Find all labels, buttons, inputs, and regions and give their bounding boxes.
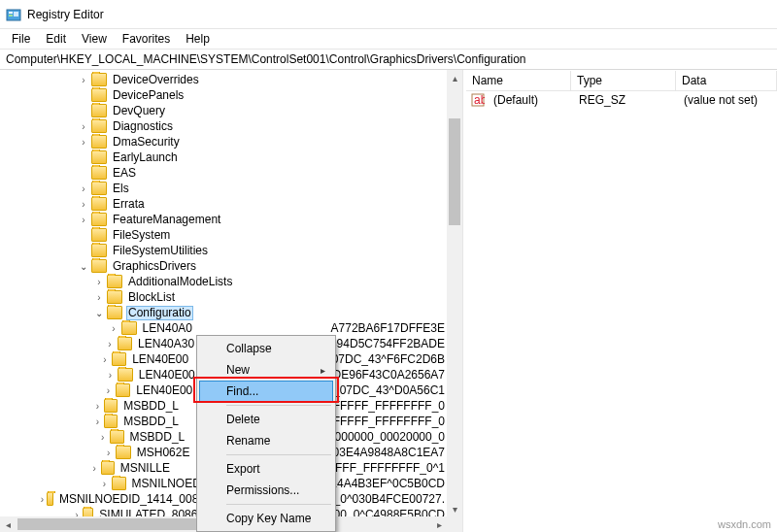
ctx-copy-key-name[interactable]: Copy Key Name <box>199 508 333 529</box>
tree-item[interactable]: LEN40E00 <box>130 352 190 366</box>
tree-item[interactable]: LEN40A0 <box>141 321 194 335</box>
chevron-right-icon[interactable]: › <box>78 137 89 148</box>
chevron-right-icon[interactable]: › <box>99 479 110 489</box>
tree-item[interactable]: LEN40E00 <box>137 368 197 382</box>
folder-icon <box>116 383 130 397</box>
chevron-right-icon[interactable]: › <box>105 370 117 381</box>
ctx-delete[interactable]: Delete <box>199 409 333 430</box>
chevron-right-icon[interactable]: › <box>103 448 114 458</box>
ctx-rename[interactable]: Rename <box>199 430 333 451</box>
regedit-icon <box>6 7 21 22</box>
tree-item[interactable]: DeviceOverrides <box>111 73 201 86</box>
chevron-right-icon[interactable]: › <box>97 432 108 443</box>
chevron-right-icon[interactable]: › <box>104 339 115 349</box>
scroll-down-icon[interactable]: ▾ <box>447 501 462 516</box>
tree-item[interactable]: DmaSecurity <box>111 135 182 149</box>
tree-item[interactable]: AdditionalModeLists <box>126 275 234 288</box>
chevron-right-icon[interactable]: › <box>78 183 89 194</box>
tree-item-graphicsdrivers[interactable]: GraphicsDrivers <box>111 259 198 273</box>
context-menu: Collapse New Find... Delete Rename Expor… <box>196 335 336 532</box>
folder-icon <box>107 306 122 319</box>
chevron-right-icon[interactable]: › <box>92 401 102 412</box>
tree-item[interactable]: Els <box>111 182 131 195</box>
tree-item[interactable]: DevicePanels <box>111 88 186 102</box>
tree-item[interactable]: DevQuery <box>111 104 167 117</box>
tree-item[interactable]: FileSystem <box>111 228 172 242</box>
menu-favorites[interactable]: Favorites <box>115 30 178 48</box>
value-data: (value not set) <box>678 93 777 107</box>
folder-icon <box>91 104 107 117</box>
ctx-find[interactable]: Find... <box>199 381 333 402</box>
scroll-left-icon[interactable]: ◂ <box>0 516 16 532</box>
tree-item-remainder: 5803E4A9848A8C1EA7 <box>318 446 447 459</box>
folder-icon <box>112 477 126 490</box>
tree-item[interactable]: LEN40E00 <box>134 383 194 397</box>
ctx-export[interactable]: Export <box>199 458 333 480</box>
chevron-right-icon[interactable]: › <box>93 277 105 287</box>
tree-item[interactable]: Errata <box>111 197 147 211</box>
tree-item[interactable]: MSH062E <box>135 446 192 459</box>
tree-scrollbar[interactable]: ▴ ▾ <box>447 70 462 532</box>
folder-icon <box>91 135 107 149</box>
separator <box>226 405 331 406</box>
chevron-right-icon[interactable]: › <box>99 354 110 365</box>
address-bar[interactable]: Computer\HKEY_LOCAL_MACHINE\SYSTEM\Contr… <box>0 49 777 70</box>
chevron-right-icon[interactable]: › <box>92 416 102 427</box>
values-header: Name Type Data <box>466 70 777 91</box>
chevron-right-icon[interactable]: › <box>78 199 89 210</box>
ctx-permissions[interactable]: Permissions... <box>199 480 333 501</box>
tree-item[interactable]: EAS <box>111 166 138 180</box>
tree-item[interactable]: MSBDD_L <box>121 399 181 413</box>
chevron-right-icon[interactable]: › <box>93 292 105 303</box>
address-path: Computer\HKEY_LOCAL_MACHINE\SYSTEM\Contr… <box>6 52 526 66</box>
folder-icon <box>118 368 132 382</box>
chevron-down-icon[interactable]: ⌄ <box>78 261 89 272</box>
folder-icon <box>116 446 130 459</box>
chevron-right-icon[interactable]: › <box>78 121 89 132</box>
folder-icon <box>91 119 107 133</box>
tree-item[interactable]: MSBDD_L <box>121 415 181 428</box>
menu-help[interactable]: Help <box>178 30 218 48</box>
chevron-right-icon[interactable]: › <box>103 385 114 396</box>
col-name[interactable]: Name <box>466 71 571 90</box>
chevron-right-icon[interactable]: › <box>78 75 89 85</box>
menu-edit[interactable]: Edit <box>38 30 74 48</box>
tree-item[interactable]: MSNILLE <box>118 461 172 475</box>
folder-icon <box>101 461 115 475</box>
folder-icon <box>107 290 122 304</box>
separator <box>226 504 331 505</box>
chevron-right-icon[interactable]: › <box>78 215 89 225</box>
menu-file[interactable]: File <box>4 30 38 48</box>
ctx-new[interactable]: New <box>199 359 333 381</box>
chevron-down-icon[interactable]: ⌄ <box>93 308 105 318</box>
svg-rect-3 <box>14 12 18 17</box>
scroll-up-icon[interactable]: ▴ <box>447 70 462 85</box>
scroll-right-icon[interactable]: ▸ <box>431 516 447 532</box>
tree-item[interactable]: EarlyLaunch <box>111 150 180 164</box>
col-data[interactable]: Data <box>676 71 777 90</box>
chevron-right-icon[interactable]: › <box>89 463 99 474</box>
folder-icon <box>91 228 107 242</box>
scroll-thumb[interactable] <box>449 118 460 225</box>
value-row-default[interactable]: ab (Default) REG_SZ (value not set) <box>466 91 777 109</box>
folder-icon <box>118 337 132 350</box>
folder-icon <box>121 321 137 335</box>
separator <box>226 454 331 455</box>
chevron-right-icon[interactable]: › <box>40 494 44 505</box>
folder-icon <box>91 213 107 226</box>
menu-view[interactable]: View <box>74 30 115 48</box>
tree-item[interactable]: BlockList <box>126 290 177 304</box>
chevron-right-icon[interactable]: › <box>108 323 119 334</box>
folder-icon <box>91 182 107 195</box>
tree-item[interactable]: MSBDD_L <box>128 430 187 444</box>
tree-item[interactable]: LEN40A30 <box>136 337 196 350</box>
folder-icon <box>107 275 122 288</box>
col-type[interactable]: Type <box>571 71 676 90</box>
tree-item[interactable]: FeatureManagement <box>111 213 222 226</box>
tree-item-configuration-selected[interactable]: Configuratio <box>126 306 193 320</box>
tree-item[interactable]: Diagnostics <box>111 119 175 133</box>
tree-item[interactable]: FileSystemUtilities <box>111 244 210 257</box>
folder-icon <box>91 88 107 102</box>
folder-icon <box>47 492 53 506</box>
ctx-collapse[interactable]: Collapse <box>199 338 333 359</box>
